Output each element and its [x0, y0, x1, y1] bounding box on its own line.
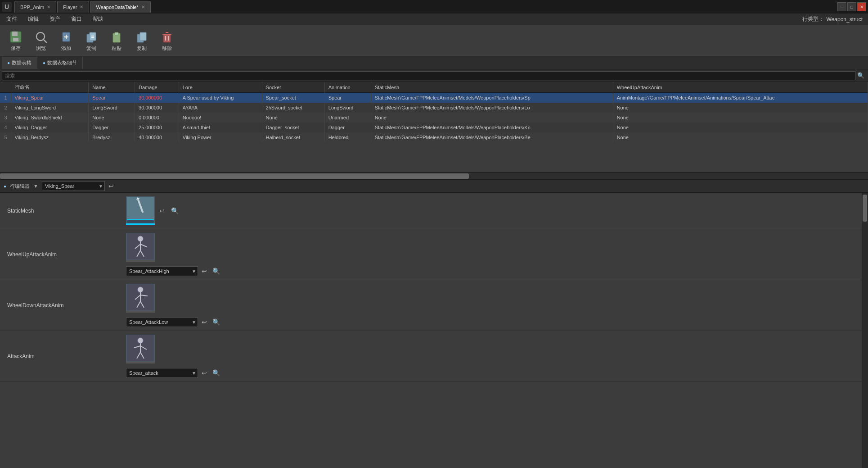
row-2-damage: 30.000000 [135, 103, 179, 113]
tab-bpp-anim[interactable]: BPP_Anim ✕ [14, 1, 56, 13]
row-1-static-mesh: StaticMesh'/Game/FPPMeleeAnimset/Models/… [371, 93, 613, 103]
minimize-button[interactable]: ─ [837, 2, 846, 11]
tab-weapon-datatable-close[interactable]: ✕ [141, 5, 145, 9]
toolbar: 保存 浏览 添加 [0, 25, 868, 57]
row-editor-refresh-icon[interactable]: ↩ [108, 182, 114, 190]
wheel-up-thumbnail[interactable] [126, 233, 155, 262]
editor-scroll-content[interactable]: StaticMesh [0, 193, 862, 468]
row-2-num: 2 [0, 103, 11, 113]
scrollbar-thumb[interactable] [0, 173, 469, 179]
menu-bar: 文件 编辑 资产 窗口 帮助 行类型： Weapon_struct [0, 14, 868, 25]
add-label: 添加 [61, 45, 71, 52]
close-button[interactable]: ✕ [857, 2, 866, 11]
table-row[interactable]: 5 Viking_Berdysz Bredysz 40.000000 Vikin… [0, 132, 868, 142]
maximize-button[interactable]: □ [847, 2, 856, 11]
paste-button[interactable]: 粘贴 [104, 27, 129, 55]
row-3-animation: Unarmed [324, 113, 371, 123]
row-selector[interactable]: Viking_Spear [42, 181, 105, 191]
row-4-num: 4 [0, 123, 11, 132]
row-5-lore: Viking Power [179, 132, 262, 142]
col-lore[interactable]: Lore [179, 82, 262, 93]
static-mesh-thumbnail[interactable] [126, 196, 155, 225]
row-3-wheel-up: None [613, 113, 868, 123]
wheel-down-reset-btn[interactable]: ↩ [200, 318, 209, 327]
col-row-name[interactable]: 行命名 [11, 82, 89, 93]
attack-anim-thumbnail[interactable] [126, 335, 155, 363]
svg-rect-1 [12, 32, 18, 36]
right-scrollbar[interactable] [862, 193, 868, 468]
row-1-name: Viking_Spear [11, 93, 89, 103]
tab-bpp-anim-label: BPP_Anim [20, 5, 44, 10]
wheel-up-search-btn[interactable]: 🔍 [211, 267, 222, 276]
table-row[interactable]: 4 Viking_Dagger Dagger 25.000000 A smart… [0, 123, 868, 132]
circle-icon-2: ● [43, 60, 45, 65]
col-name[interactable]: Name [89, 82, 135, 93]
col-damage[interactable]: Damage [135, 82, 179, 93]
data-table-container[interactable]: 行命名 Name Damage Lore Socket Animation St… [0, 82, 868, 172]
add-button[interactable]: 添加 [54, 27, 78, 55]
circle-icon-editor: ● [4, 184, 6, 189]
tab-player-close[interactable]: ✕ [80, 5, 83, 9]
col-socket[interactable]: Socket [262, 82, 324, 93]
row-2-static-mesh: StaticMesh'/Game/FPPMeleeAnimset/Models/… [371, 103, 613, 113]
menu-asset[interactable]: 资产 [45, 14, 65, 24]
svg-rect-9 [90, 32, 96, 41]
svg-rect-25 [127, 219, 154, 220]
static-mesh-thumb-img [126, 196, 155, 223]
tab-player[interactable]: Player ✕ [57, 1, 89, 13]
table-row[interactable]: 2 Viking_LongSword LongSword 30.000000 A… [0, 103, 868, 113]
row-editor-header: ● 行编辑器 ▼ Viking_Spear ▼ ↩ [0, 179, 868, 193]
search-input[interactable] [2, 71, 855, 80]
tab-weapon-datatable[interactable]: WeaponDataTable* ✕ [90, 1, 151, 13]
static-mesh-search-btn[interactable]: 🔍 [169, 206, 180, 215]
wheel-up-bar [126, 260, 155, 262]
row-5-animation: Heldbred [324, 132, 371, 142]
search-icon[interactable]: 🔍 [855, 72, 866, 79]
tab-bpp-anim-close[interactable]: ✕ [47, 5, 50, 9]
copy2-button[interactable]: 复制 [130, 27, 154, 55]
attack-anim-thumb-img [126, 335, 155, 362]
wheel-down-thumb-img [126, 284, 155, 311]
row-5-damage: 40.000000 [135, 132, 179, 142]
row-5-static-mesh: StaticMesh'/Game/FPPMeleeAnimset/Models/… [371, 132, 613, 142]
static-mesh-reset-btn[interactable]: ↩ [157, 206, 166, 215]
browse-button[interactable]: 浏览 [29, 27, 53, 55]
menu-edit[interactable]: 编辑 [23, 14, 43, 24]
col-static-mesh[interactable]: StaticMesh [371, 82, 613, 93]
row-4-static-mesh: StaticMesh'/Game/FPPMeleeAnimset/Models/… [371, 123, 613, 132]
save-button[interactable]: 保存 [4, 27, 28, 55]
wheel-up-reset-btn[interactable]: ↩ [200, 267, 209, 276]
wheel-down-label: WheelDownAttackAnim [0, 302, 126, 309]
browse-icon [34, 30, 48, 44]
col-animation[interactable]: Animation [324, 82, 371, 93]
remove-icon [160, 30, 174, 44]
table-row[interactable]: 3 Viking_Sword&Shield None 0.000000 Nooo… [0, 113, 868, 123]
row-editor-collapse-icon[interactable]: ▼ [33, 183, 38, 189]
attack-anim-search-btn[interactable]: 🔍 [211, 368, 222, 377]
wheel-up-dropdown[interactable]: Spear_AttackHigh [126, 266, 198, 276]
row-3-static-mesh: None [371, 113, 613, 123]
remove-button[interactable]: 移除 [155, 27, 179, 55]
wheel-down-search-btn[interactable]: 🔍 [211, 318, 222, 327]
wheel-down-ctrl-row: Spear_AttackLow ▼ ↩ 🔍 [126, 317, 222, 327]
wheel-down-dropdown-wrap: Spear_AttackLow ▼ [126, 317, 198, 327]
menu-help[interactable]: 帮助 [88, 14, 108, 24]
right-scrollbar-thumb[interactable] [863, 195, 867, 222]
svg-point-27 [138, 236, 143, 241]
tab-datatable[interactable]: ● 数据表格 [2, 57, 37, 69]
tab-datatable-detail[interactable]: ● 数据表格细节 [37, 57, 83, 69]
menu-file[interactable]: 文件 [2, 14, 22, 24]
row-4-wheel-up: None [613, 123, 868, 132]
wheel-down-thumbnail[interactable] [126, 284, 155, 313]
menu-window[interactable]: 窗口 [67, 14, 86, 24]
table-row[interactable]: 1 Viking_Spear Spear 30.000000 A Spear u… [0, 93, 868, 103]
col-wheel-up[interactable]: WheelUpAttackAnim [613, 82, 868, 93]
editor-row-static-mesh: StaticMesh [0, 193, 862, 229]
wheel-down-bar [126, 311, 155, 313]
row-3-socket: None [262, 113, 324, 123]
attack-anim-dropdown[interactable]: Spear_attack [126, 368, 198, 378]
copy-button[interactable]: 复制 [79, 27, 103, 55]
horizontal-scrollbar[interactable] [0, 172, 868, 179]
attack-anim-reset-btn[interactable]: ↩ [200, 368, 209, 377]
wheel-down-dropdown[interactable]: Spear_AttackLow [126, 317, 198, 327]
